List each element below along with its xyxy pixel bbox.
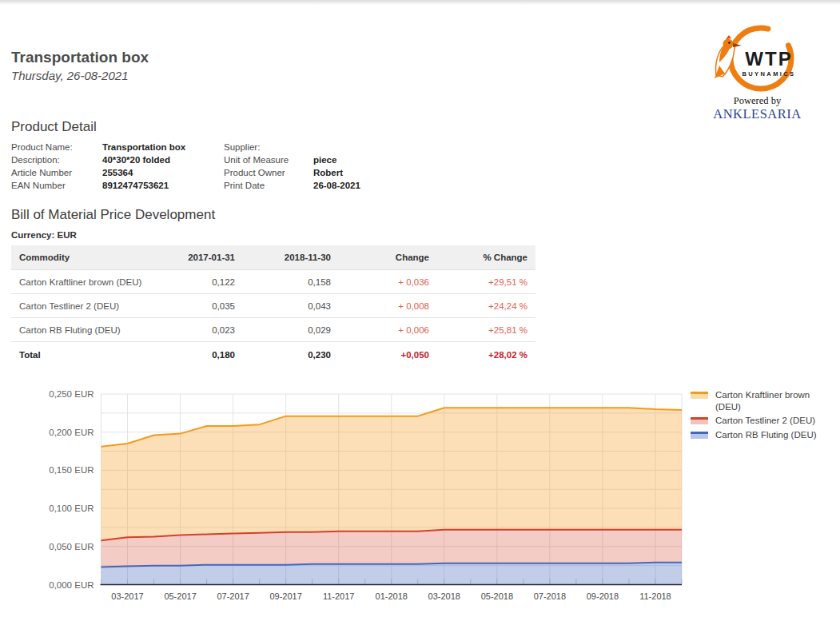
bom-table: Commodity 2017-01-31 2018-11-30 Change %… [11,245,535,368]
svg-text:09-2018: 09-2018 [587,591,619,601]
svg-text:0,250 EUR: 0,250 EUR [49,389,94,399]
wtp-logo-graphic: WTP BUYNAMICS [703,22,811,94]
col-header-date-start: 2017-01-31 [184,245,236,270]
value-start-cell: 0,023 [184,318,236,342]
field-label: EAN Number [11,179,102,192]
page-top-edge [0,0,840,5]
value-end-cell: 0,043 [236,294,332,318]
svg-text:03-2018: 03-2018 [428,591,460,601]
field-value: 255364 [102,166,133,179]
svg-text:0,050 EUR: 0,050 EUR [49,542,94,551]
commodity-cell: Carton RB Fluting (DEU) [11,318,184,342]
product-detail-section: Product Detail Product Name: Transportat… [11,119,571,192]
table-row: Carton RB Fluting (DEU) 0,023 0,029 + 0,… [11,318,535,342]
legend-item-testliner[interactable]: Carton Testliner 2 (DEU) [691,415,822,427]
value-start-cell: 0,122 [184,270,236,294]
svg-text:07-2017: 07-2017 [217,591,249,601]
logo-sub-text: BUYNAMICS [742,70,795,78]
field-value: Transportation box [102,141,185,153]
commodity-cell: Carton Testliner 2 (DEU) [11,294,184,318]
field-label: Print Date [224,179,313,192]
total-end-cell: 0,230 [236,342,332,368]
table-total-row: Total 0,180 0,230 +0,050 +28,02 % [11,342,535,368]
field-print-date: Print Date 26-08-2021 [224,179,360,192]
change-cell: + 0,008 [332,294,430,318]
legend-swatch-rb-fluting [691,432,708,439]
page-title: Transportation box [11,49,149,66]
legend-swatch-kraftliner [691,392,708,399]
svg-text:05-2017: 05-2017 [164,591,196,601]
bom-section: Bill of Material Price Development Curre… [11,207,535,368]
total-pct-change-cell: +28,02 % [430,342,535,368]
change-cell: + 0,006 [332,318,430,342]
svg-text:11-2017: 11-2017 [323,591,355,601]
field-label: Description: [11,153,102,166]
field-product-owner: Product Owner Robert [224,166,360,179]
chart-legend: Carton Kraftliner brown (DEU) Carton Tes… [691,389,822,443]
svg-text:01-2018: 01-2018 [376,591,408,601]
bom-heading: Bill of Material Price Development [11,207,535,223]
svg-text:05-2018: 05-2018 [481,591,513,601]
legend-label: Carton Testliner 2 (DEU) [715,415,815,427]
page-subtitle: Thursday, 26-08-2021 [11,69,128,82]
field-label: Unit of Measure [224,153,313,166]
legend-swatch-testliner [691,417,708,424]
currency-line: Currency: EUR [11,230,535,240]
col-header-commodity: Commodity [11,245,184,270]
value-end-cell: 0,029 [236,318,332,342]
field-unit-of-measure: Unit of Measure piece [224,153,360,166]
svg-text:11-2018: 11-2018 [639,591,671,601]
pct-change-cell: +24,24 % [430,294,535,318]
svg-text:0,000 EUR: 0,000 EUR [49,580,94,590]
pct-change-cell: +25,81 % [430,318,535,342]
wtp-buynamics-logo: WTP BUYNAMICS Powered by ANKLESARIA [703,22,811,122]
col-header-date-end: 2018-11-30 [236,245,332,270]
total-start-cell: 0,180 [184,342,236,368]
commodity-cell: Carton Kraftliner brown (DEU) [11,270,184,294]
svg-text:03-2017: 03-2017 [111,591,143,601]
field-label: Article Number [11,166,102,179]
svg-text:09-2017: 09-2017 [269,591,301,601]
field-value: 8912474753621 [102,179,169,192]
field-value: 26-08-2021 [313,179,360,192]
svg-text:0,100 EUR: 0,100 EUR [49,504,94,513]
total-change-cell: +0,050 [332,342,430,368]
value-end-cell: 0,158 [236,270,332,294]
product-detail-heading: Product Detail [11,119,571,135]
field-label: Product Name: [11,141,102,153]
svg-text:0,150 EUR: 0,150 EUR [49,465,94,475]
table-header-row: Commodity 2017-01-31 2018-11-30 Change %… [11,245,535,270]
legend-item-rb-fluting[interactable]: Carton RB Fluting (DEU) [691,429,822,441]
svg-text:07-2018: 07-2018 [534,591,566,601]
logo-powered-by: Powered by [703,95,811,107]
field-supplier: Supplier: [224,141,360,153]
field-value: Robert [313,166,343,179]
legend-label: Carton Kraftliner brown (DEU) [715,389,822,412]
legend-label: Carton RB Fluting (DEU) [715,429,817,441]
product-detail-right-column: Supplier: Unit of Measure piece Product … [224,141,360,192]
pct-change-cell: +29,51 % [430,270,535,294]
table-row: Carton Kraftliner brown (DEU) 0,122 0,15… [11,270,535,294]
field-value: piece [313,153,336,166]
field-label: Product Owner [224,166,313,179]
svg-text:0,200 EUR: 0,200 EUR [49,428,94,437]
field-value: 40*30*20 folded [102,153,170,166]
change-cell: + 0,036 [332,270,430,294]
total-label-cell: Total [11,342,184,368]
logo-brand-text: WTP [745,48,792,70]
value-start-cell: 0,035 [184,294,236,318]
col-header-change: Change [332,245,430,270]
table-row: Carton Testliner 2 (DEU) 0,035 0,043 + 0… [11,294,535,318]
report-page: Transportation box Thursday, 26-08-2021 … [0,0,840,617]
logo-company-name: ANKLESARIA [703,106,811,122]
legend-item-kraftliner[interactable]: Carton Kraftliner brown (DEU) [691,389,822,412]
field-label: Supplier: [224,141,313,153]
col-header-pct-change: % Change [430,245,535,270]
